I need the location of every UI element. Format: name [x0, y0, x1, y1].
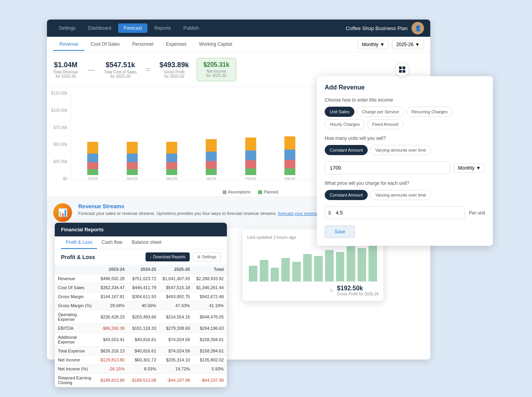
- secondary-bar: [325, 250, 334, 281]
- top-nav: Settings Dashboard Forecast Reports Publ…: [47, 20, 430, 37]
- revenue-streams-title: Revenue Streams: [78, 203, 351, 209]
- subnav-revenue[interactable]: Revenue: [53, 38, 84, 51]
- user-avatar[interactable]: 👤: [412, 22, 424, 34]
- minus-icon: —: [86, 66, 96, 74]
- secondary-gross-profit: $192.50k Gross Profit for 2025-26: [337, 285, 379, 296]
- equals-icon: =: [144, 66, 152, 74]
- top-nav-items: Settings Dashboard Forecast Reports Publ…: [53, 23, 204, 33]
- price-type-group: Constant Amount Varying amounts over tim…: [325, 190, 485, 200]
- financial-reports-header: Financial Reports: [55, 223, 227, 236]
- legend-dot-assumptions: [223, 190, 226, 194]
- save-button[interactable]: Save: [325, 225, 355, 238]
- chevron-down-icon: ▼: [380, 42, 385, 47]
- chart-bar-group: Mar'26: [272, 136, 308, 181]
- nav-settings[interactable]: Settings: [53, 23, 81, 33]
- table-row: Operating Expense$230,428.23$203,493.66$…: [55, 310, 227, 324]
- net-income-value: $205.31k: [203, 61, 230, 68]
- secondary-bar: [303, 254, 312, 281]
- cos-value: $547.51k: [104, 61, 137, 69]
- subnav-personnel[interactable]: Personnel: [126, 38, 160, 51]
- col-header-total: Total: [193, 265, 227, 274]
- chart-y-axis: $125.00k $100.00k $75.00k $50.00k $25.00…: [47, 91, 70, 181]
- gross-profit-value: $493.89k: [160, 61, 189, 69]
- summary-revenue: $1.04M Total Revenue for 2025-26: [53, 61, 78, 79]
- price-question: What price will you charge for each unit…: [325, 181, 485, 186]
- table-row: Cost Of Sales$352,334.47$446,411.79$547,…: [55, 283, 227, 292]
- nav-forecast[interactable]: Forecast: [118, 23, 147, 33]
- add-revenue-title: Add Revenue: [325, 84, 485, 91]
- subnav-cos[interactable]: Cost Of Sales: [84, 38, 126, 51]
- top-nav-right: Coffee Shop Business Plan 👤: [346, 22, 424, 34]
- price-constant[interactable]: Constant Amount: [325, 190, 368, 200]
- legend-dot-planned: [258, 190, 262, 194]
- revenue-text: Revenue Streams Forecast your sales or r…: [78, 203, 351, 216]
- units-period-dropdown[interactable]: Monthly ▼: [454, 163, 485, 173]
- amount-type-group: Constant Amount Varying amounts over tim…: [325, 145, 485, 155]
- income-type-recurring[interactable]: Recurring Charges: [406, 107, 453, 117]
- table-row: Total Expense$626,316.13$40,816.61$74,02…: [55, 347, 227, 356]
- amount-constant[interactable]: Constant Amount: [325, 145, 368, 155]
- grid-icon: [399, 66, 405, 73]
- price-varying[interactable]: Varying amounts over time: [370, 190, 431, 200]
- income-type-charge-service[interactable]: Charge per Service: [357, 107, 404, 117]
- revenue-streams-desc: Forecast your sales or revenue streams. …: [78, 211, 351, 216]
- units-input[interactable]: [325, 161, 450, 174]
- secondary-label: Gross Profit for 2025-26: [337, 292, 379, 296]
- secondary-footer: = $192.50k Gross Profit for 2025-26: [247, 285, 379, 296]
- col-header-y2: 2024-25: [128, 265, 159, 274]
- secondary-bar: [281, 258, 290, 281]
- secondary-bar: [358, 248, 366, 281]
- units-question: How many units will you sell?: [325, 136, 485, 141]
- tab-profit-loss[interactable]: Profit & Loss: [61, 236, 97, 249]
- download-reports-btn[interactable]: ↓ Download Reports: [146, 252, 190, 261]
- income-type-hourly[interactable]: Hourly Charges: [325, 119, 365, 129]
- price-input[interactable]: [334, 207, 464, 219]
- subnav-expenses[interactable]: Expenses: [160, 38, 193, 51]
- grid-icon-button[interactable]: [395, 63, 409, 77]
- secondary-bar: [260, 260, 268, 281]
- year-dropdown[interactable]: 2025-26 ▼: [392, 40, 424, 49]
- secondary-bar: [249, 266, 257, 281]
- chart-bar-group: Nov'25: [114, 142, 151, 181]
- secondary-bar: [271, 268, 279, 281]
- sub-nav-right: Monthly ▼ 2025-26 ▼: [358, 40, 424, 49]
- legend-assumptions: Assumptions: [223, 190, 250, 194]
- fin-settings-btn[interactable]: ⚙ Settings: [193, 252, 221, 261]
- per-unit-label: Per unit: [469, 210, 485, 216]
- tab-cash-flow[interactable]: Cash flow: [97, 236, 127, 249]
- revenue-value: $1.04M: [53, 61, 78, 69]
- app-title: Coffee Shop Business Plan: [346, 25, 408, 31]
- income-type-unit-sales[interactable]: Unit Sales: [325, 107, 354, 117]
- secondary-bar: [368, 244, 377, 281]
- income-type-fixed[interactable]: Fixed Amount: [367, 119, 403, 129]
- table-row: Gross Margin (%)29.04%40.56%47.43%41.18%: [55, 301, 227, 310]
- chart-bar-group: Jan'26: [193, 139, 229, 181]
- fin-table-header: Profit & Loss ↓ Download Reports ⚙ Setti…: [55, 249, 227, 265]
- nav-reports[interactable]: Reports: [149, 23, 176, 33]
- bar-stack: [127, 142, 138, 175]
- tab-balance-sheet[interactable]: Balance sheet: [127, 236, 166, 249]
- equals-icon: =: [330, 288, 333, 294]
- price-input-row: $ Per unit: [325, 206, 485, 219]
- table-row: Retained Earning Closing-$189,813.80-$18…: [55, 374, 227, 387]
- bar-stack: [284, 136, 295, 175]
- revenue-label: Total Revenue for 2025-26: [53, 70, 78, 79]
- secondary-bar: [292, 262, 301, 281]
- cos-label: Total Cost of Sales for 2025-26: [104, 70, 137, 79]
- gross-profit-label: Gross Profit for 2025-26: [160, 70, 189, 79]
- table-row: Gross Margin$144,167.81$304,611.93$493,8…: [55, 292, 227, 301]
- fin-section-title: Profit & Loss: [61, 254, 95, 260]
- secondary-chart: [247, 243, 379, 282]
- download-icon: ↓: [150, 255, 152, 259]
- nav-publish[interactable]: Publish: [178, 23, 204, 33]
- last-updated-text: Last updated 2 hours ago: [247, 235, 296, 240]
- nav-dashboard[interactable]: Dashboard: [83, 23, 117, 33]
- amount-varying[interactable]: Varying amounts over time: [370, 145, 431, 155]
- bar-stack: [87, 142, 98, 175]
- subnav-working-capital[interactable]: Working Capital: [193, 38, 238, 51]
- chart-bar-group: Oct'25: [75, 142, 111, 181]
- chevron-down-icon: ▼: [476, 165, 481, 171]
- period-dropdown[interactable]: Monthly ▼: [358, 40, 389, 49]
- secondary-value: $192.50k: [337, 285, 379, 292]
- gear-icon: ⚙: [197, 255, 201, 259]
